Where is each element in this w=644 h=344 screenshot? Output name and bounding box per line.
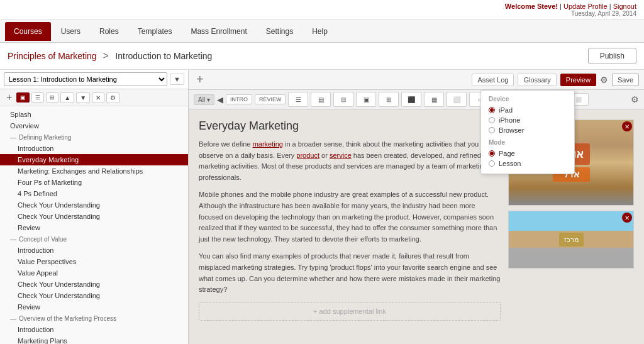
device-browser[interactable]: Browser <box>489 125 567 135</box>
mode-lesson[interactable]: Lesson <box>489 158 567 169</box>
top-bar: Welcome Steve! | Update Profile | Signou… <box>0 0 644 20</box>
template-btn-8[interactable]: ⬜ <box>447 92 467 107</box>
sidebar-toolbar: + ▣ ☰ ⊞ ▲ ▼ ✕ ⚙ <box>0 89 188 106</box>
tree-process-intro[interactable]: Introduction <box>0 324 188 335</box>
device-ipad[interactable]: iPad <box>489 105 567 115</box>
content-settings-icon[interactable]: ⚙ <box>631 94 639 104</box>
template-btn-4[interactable]: ▣ <box>356 92 376 107</box>
breadcrumb-page: Introduction to Marketing <box>115 51 212 61</box>
glossary-btn[interactable]: Glossary <box>518 74 556 86</box>
template-btn-1[interactable]: ☰ <box>288 92 308 107</box>
asset-log-btn[interactable]: Asset Log <box>472 74 514 86</box>
intro-template-btn[interactable]: INTRO <box>226 94 252 104</box>
paragraph-2: Mobile phones and the mobile phone indus… <box>199 189 501 245</box>
sidebar-tree: Splash Overview — Defining Marketing Int… <box>0 106 188 344</box>
update-profile-link[interactable]: Update Profile <box>564 3 608 10</box>
tree-splash[interactable]: Splash <box>0 109 188 120</box>
up-btn[interactable]: ▲ <box>60 92 74 103</box>
template-btn-3[interactable]: ⊟ <box>333 92 353 107</box>
image-2-placeholder: מרכז <box>509 211 633 268</box>
device-label: Device <box>489 96 567 103</box>
tree-value-appeal[interactable]: Value Appeal <box>0 267 188 279</box>
breadcrumb-course[interactable]: Principles of Marketing <box>8 51 97 61</box>
paragraph-3: You can also find many examples of produ… <box>199 251 501 295</box>
icon-toolbar: All ▾ ◀ INTRO REVIEW ☰ ▤ ⊟ ▣ ⊞ ⬛ ▦ ⬜ ○ ▶… <box>189 90 644 109</box>
review-template-btn[interactable]: REVIEW <box>255 94 286 104</box>
tree-section-defining: — Defining Marketing <box>0 131 188 143</box>
breadcrumb-bar: Principles of Marketing > Introduction t… <box>0 43 644 70</box>
tree-section-concept: — Concept of Value <box>0 233 188 245</box>
tree-exchanges[interactable]: Marketing: Exchanges and Relationships <box>0 165 188 177</box>
content-toolbar: + Asset Log Glossary Preview ⚙ Save Devi… <box>189 70 644 90</box>
nav-tab-roles[interactable]: Roles <box>91 22 128 41</box>
tree-review1[interactable]: Review <box>0 222 188 233</box>
iphone-radio[interactable] <box>489 117 495 123</box>
preview-dropdown: Device iPad iPhone Browser Mode Page <box>480 90 575 174</box>
ipad-radio[interactable] <box>489 107 495 113</box>
delete-btn[interactable]: ✕ <box>92 92 104 103</box>
image-2-container: ✕ מרכז <box>508 211 634 269</box>
nav-tab-help[interactable]: Help <box>303 22 336 41</box>
browser-label: Browser <box>499 126 524 134</box>
save-btn[interactable]: Save <box>612 74 639 86</box>
mode-page[interactable]: Page <box>489 148 567 158</box>
down-btn[interactable]: ▼ <box>76 92 90 103</box>
list-icon-btn[interactable]: ☰ <box>31 92 44 103</box>
image-1-close-btn[interactable]: ✕ <box>622 121 632 131</box>
tree-check3[interactable]: Check Your Understanding <box>0 279 188 290</box>
lesson-radio[interactable] <box>489 160 495 167</box>
add-supplemental-link[interactable]: + add supplemental link <box>199 302 501 321</box>
nav-tab-users[interactable]: Users <box>52 22 89 41</box>
sidebar-dropdown-btn[interactable]: ▼ <box>170 74 184 85</box>
all-filter-btn[interactable]: All ▾ <box>194 94 214 105</box>
date-text: Tuesday, April 29, 2014 <box>8 10 636 17</box>
page-radio[interactable] <box>489 150 495 157</box>
tree-section-overview-process: — Overview of the Marketing Process <box>0 313 188 324</box>
content-add-icon[interactable]: + <box>194 72 206 87</box>
service-link[interactable]: service <box>330 152 352 159</box>
sidebar: Lesson 1: Introduction to Marketing ▼ + … <box>0 70 189 344</box>
tree-check1[interactable]: Check Your Understanding <box>0 199 188 211</box>
template-btn-7[interactable]: ▦ <box>424 92 444 107</box>
tree-introduction[interactable]: Introduction <box>0 143 188 154</box>
template-btn-6[interactable]: ⬛ <box>401 92 421 107</box>
add-item-icon[interactable]: + <box>4 92 14 103</box>
tree-concept-intro[interactable]: Introduction <box>0 245 188 256</box>
nav-tab-mass-enrollment[interactable]: Mass Enrollment <box>182 22 255 41</box>
welcome-text: Welcome Steve! <box>505 3 558 10</box>
image-2-close-btn[interactable]: ✕ <box>622 213 632 223</box>
tree-review2[interactable]: Review <box>0 301 188 313</box>
browser-radio[interactable] <box>489 127 495 133</box>
content-area: + Asset Log Glossary Preview ⚙ Save Devi… <box>189 70 644 344</box>
preview-settings-icon[interactable]: ⚙ <box>600 75 608 85</box>
nav-tab-settings[interactable]: Settings <box>257 22 302 41</box>
nav-tab-templates[interactable]: Templates <box>129 22 181 41</box>
mode-label: Mode <box>489 139 567 146</box>
page-icon-btn[interactable]: ▣ <box>16 92 30 103</box>
lesson-select[interactable]: Lesson 1: Introduction to Marketing <box>4 72 167 86</box>
tree-check2[interactable]: Check Your Understanding <box>0 211 188 222</box>
marketing-link[interactable]: marketing <box>253 140 283 148</box>
tree-four-ps[interactable]: Four Ps of Marketing <box>0 177 188 188</box>
content-title: Everyday Marketing <box>199 119 501 133</box>
device-iphone[interactable]: iPhone <box>489 115 567 125</box>
main-layout: Lesson 1: Introduction to Marketing ▼ + … <box>0 70 644 344</box>
tree-marketing-plans[interactable]: Marketing Plans <box>0 335 188 344</box>
template-btn-5[interactable]: ⊞ <box>379 92 399 107</box>
breadcrumb-separator: > <box>103 50 112 61</box>
content-body: Everyday Marketing Before we define mark… <box>189 109 644 344</box>
preview-btn[interactable]: Preview <box>560 74 596 86</box>
prev-arrow-btn[interactable]: ◀ <box>217 95 223 104</box>
settings-btn[interactable]: ⚙ <box>106 92 119 103</box>
template-btn-2[interactable]: ▤ <box>311 92 331 107</box>
tree-everyday-marketing[interactable]: Everyday Marketing <box>0 154 188 165</box>
tree-overview[interactable]: Overview <box>0 120 188 131</box>
product-link[interactable]: product <box>296 152 319 159</box>
grid-icon-btn[interactable]: ⊞ <box>46 92 58 103</box>
tree-value-perspectives[interactable]: Value Perspectives <box>0 256 188 267</box>
nav-tab-courses[interactable]: Courses <box>5 22 51 41</box>
tree-4ps-defined[interactable]: 4 Ps Defined <box>0 188 188 199</box>
signout-link[interactable]: Signout <box>613 3 636 10</box>
tree-check4[interactable]: Check Your Understanding <box>0 290 188 301</box>
publish-button[interactable]: Publish <box>588 48 636 64</box>
